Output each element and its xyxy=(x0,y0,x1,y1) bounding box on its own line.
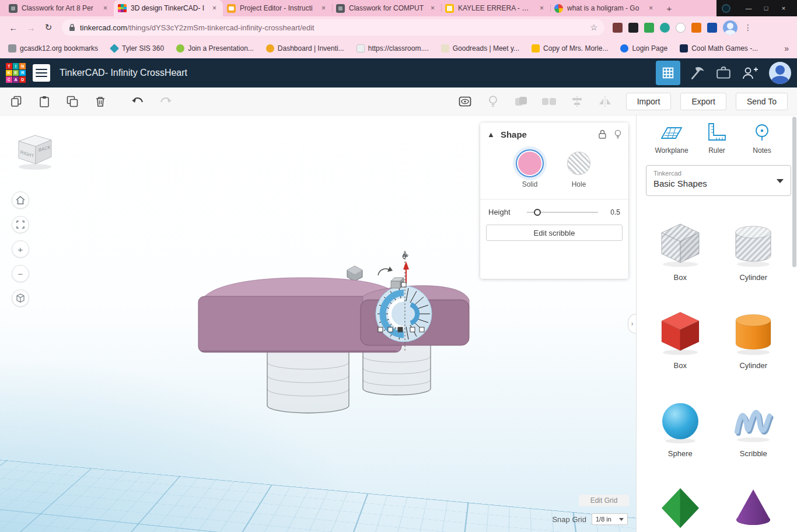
zoom-in-button[interactable]: + xyxy=(12,240,29,258)
tab-tinkercad-active[interactable]: 3D design TinkerCAD- I × xyxy=(114,0,223,16)
tab-close-icon[interactable]: × xyxy=(210,4,219,13)
lock-icon[interactable] xyxy=(599,130,606,139)
shape-red-box[interactable]: Box xyxy=(656,307,705,370)
redo-icon[interactable] xyxy=(158,93,174,110)
perspective-toggle-button[interactable] xyxy=(12,289,29,307)
bookmark-item[interactable]: gcasdk12.org bookmarks xyxy=(8,44,98,52)
bricks-pickaxe-icon[interactable] xyxy=(690,65,706,81)
3d-viewport[interactable]: RIGHT BACK + − xyxy=(0,116,636,532)
solid-option[interactable]: Solid xyxy=(518,152,541,188)
zoom-out-button[interactable]: − xyxy=(12,265,29,282)
bookmarks-overflow-icon[interactable]: » xyxy=(784,44,789,53)
solid-swatch-icon[interactable] xyxy=(518,152,541,175)
paste-icon[interactable] xyxy=(36,93,53,110)
maximize-button[interactable]: □ xyxy=(757,5,775,12)
extension-icon[interactable] xyxy=(676,23,686,33)
shape-hole-cylinder[interactable]: Cylinder xyxy=(729,219,778,282)
bookmark-item[interactable]: Copy of Mrs. Morle... xyxy=(532,44,608,52)
tab-project-editor[interactable]: Project Editor - Instructi × xyxy=(223,0,332,16)
account-avatar[interactable] xyxy=(769,62,791,84)
extension-icon[interactable] xyxy=(691,23,701,33)
import-button[interactable]: Import xyxy=(626,93,672,110)
extension-icon[interactable] xyxy=(644,23,654,33)
extension-icon[interactable] xyxy=(707,23,717,33)
bookmark-item[interactable]: Cool Math Games -... xyxy=(680,44,758,52)
selected-scribble[interactable] xyxy=(376,286,432,342)
briefcase-icon[interactable] xyxy=(715,65,732,81)
edit-grid-button[interactable]: Edit Grid xyxy=(579,495,629,506)
mirror-icon[interactable] xyxy=(597,93,613,110)
snap-grid-dropdown[interactable]: 1/8 in xyxy=(592,513,628,525)
delete-icon[interactable] xyxy=(92,93,109,110)
panel-expand-handle[interactable]: › xyxy=(628,314,636,334)
tab-classwork-comp[interactable]: Classwork for COMPUT × xyxy=(332,0,441,16)
extension-icon[interactable] xyxy=(613,23,623,33)
tab-close-icon[interactable]: × xyxy=(428,4,437,13)
tab-close-icon[interactable]: × xyxy=(537,4,546,13)
window-close-button[interactable]: × xyxy=(775,5,792,12)
tab-close-icon[interactable]: × xyxy=(319,4,328,13)
hole-option[interactable]: Hole xyxy=(567,152,590,188)
back-button[interactable]: ← xyxy=(5,19,22,36)
bookmark-item[interactable]: Dashboard | Inventi... xyxy=(266,44,344,52)
hex-shape[interactable] xyxy=(347,266,362,281)
extension-icon[interactable] xyxy=(660,23,670,33)
shape-sphere[interactable]: Sphere xyxy=(656,396,705,458)
fit-view-button[interactable] xyxy=(12,216,29,233)
bookmark-star-icon[interactable]: ☆ xyxy=(590,23,597,32)
tinkercad-logo[interactable]: TIN KER CAD xyxy=(6,63,26,83)
home-view-button[interactable] xyxy=(12,191,29,209)
align-icon[interactable] xyxy=(569,93,585,110)
minimize-button[interactable]: — xyxy=(740,5,757,12)
lightbulb-icon[interactable] xyxy=(485,93,501,110)
profile-avatar[interactable] xyxy=(723,20,737,35)
sidebar-scrollbar[interactable] xyxy=(792,117,796,267)
copy-icon[interactable] xyxy=(8,93,25,110)
forward-button[interactable]: → xyxy=(22,19,40,36)
bookmark-item[interactable]: Login Page xyxy=(620,44,667,52)
ungroup-icon[interactable] xyxy=(541,93,557,110)
notes-tool[interactable]: Notes xyxy=(741,123,783,155)
extension-icon[interactable] xyxy=(628,23,638,33)
duplicate-icon[interactable] xyxy=(64,93,81,110)
visibility-bulb-icon[interactable] xyxy=(614,130,621,139)
url-omnibox[interactable]: tinkercad.com/things/dYS3cY2zmSm-tinkerc… xyxy=(62,19,604,36)
add-user-icon[interactable] xyxy=(741,65,758,80)
design-title[interactable]: TinkerCAD- Infinity CrossHeart xyxy=(60,68,187,78)
tab-close-icon[interactable]: × xyxy=(101,4,110,13)
main-menu-icon[interactable] xyxy=(33,64,50,82)
tab-google-search[interactable]: what is a holigram - Go × xyxy=(550,0,659,16)
shape-library-dropdown[interactable]: Tinkercad Basic Shapes xyxy=(646,165,791,196)
undo-icon[interactable] xyxy=(130,93,146,110)
move-up-arrow[interactable] xyxy=(403,261,409,270)
ruler-tool[interactable]: Ruler xyxy=(696,123,738,155)
send-to-button[interactable]: Send To xyxy=(736,93,788,110)
hole-swatch-icon[interactable] xyxy=(567,152,590,175)
blocks-view-button[interactable] xyxy=(656,61,680,85)
reload-button[interactable]: ↻ xyxy=(40,19,57,36)
shape-scribble[interactable]: Scribble xyxy=(729,396,778,458)
shape-hole-box[interactable]: Box xyxy=(656,219,705,282)
group-icon[interactable] xyxy=(513,93,529,110)
shape-purple-cone[interactable] xyxy=(729,484,778,532)
box-handle[interactable] xyxy=(391,281,400,288)
browser-menu-icon[interactable]: ⋮ xyxy=(743,23,753,32)
height-slider[interactable] xyxy=(527,212,598,213)
export-button[interactable]: Export xyxy=(680,93,726,110)
tab-close-icon[interactable]: × xyxy=(646,4,655,13)
show-all-icon[interactable] xyxy=(457,93,473,110)
3d-scene[interactable] xyxy=(193,249,484,424)
new-tab-button[interactable]: + xyxy=(662,1,677,16)
collapse-panel-icon[interactable]: ▲ xyxy=(487,130,495,139)
shape-orange-cylinder[interactable]: Cylinder xyxy=(729,307,778,370)
view-cube[interactable]: RIGHT BACK xyxy=(12,130,61,172)
tab-classwork-art[interactable]: Classwork for Art 8 Per × xyxy=(5,0,114,16)
edit-scribble-button[interactable]: Edit scribble xyxy=(486,225,623,241)
tab-stem[interactable]: KAYLEE ERRERA - STEM × xyxy=(441,0,550,16)
shape-green-pyramid[interactable] xyxy=(656,484,705,532)
workplane-tool[interactable]: Workplane xyxy=(651,123,693,155)
bookmark-item[interactable]: Join a Presentation... xyxy=(176,44,254,52)
bookmark-item[interactable]: Goodreads | Meet y... xyxy=(441,44,519,52)
bookmark-item[interactable]: Tyler SIS 360 xyxy=(110,44,164,52)
height-slider-knob[interactable] xyxy=(534,209,541,216)
